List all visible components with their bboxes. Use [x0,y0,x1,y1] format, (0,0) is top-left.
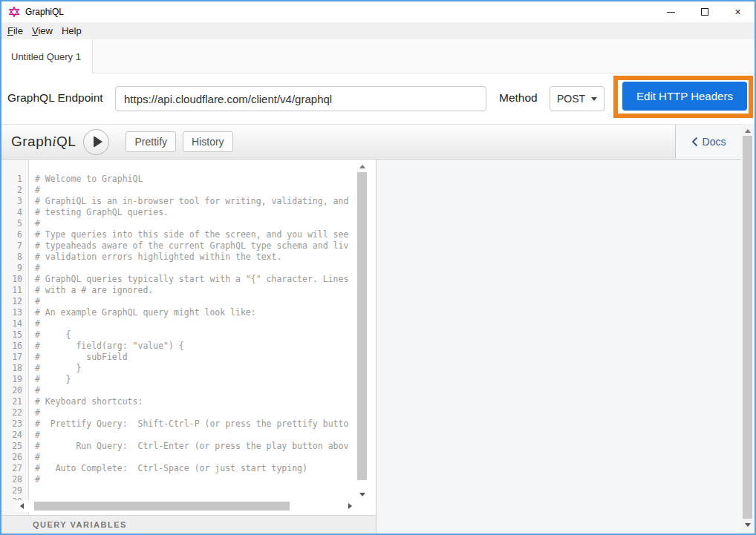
code-text[interactable]: # [35,407,40,419]
endpoint-url-input[interactable] [115,86,486,111]
code-text[interactable]: # Prettify Query: Shift-Ctrl-P (or press… [35,419,348,430]
line-number: 27 [1,463,22,474]
line-number: 17 [1,352,22,363]
code-line[interactable]: 17# subField [1,352,356,363]
line-number: 3 [1,196,22,207]
editor-vertical-scrollbar[interactable] [356,160,368,499]
code-line[interactable]: 29 [1,485,356,496]
code-text[interactable]: # GraphQL queries typically start with a… [35,274,348,285]
code-line[interactable]: 7# typeaheads aware of the current Graph… [1,240,356,252]
code-line[interactable]: 21# Keyboard shortcuts: [1,396,356,407]
code-text[interactable]: # [35,185,40,196]
code-line[interactable]: 24# [1,430,356,441]
code-text[interactable]: # testing GraphQL queries. [35,207,169,218]
scroll-up-icon [745,129,751,133]
method-select[interactable]: POST [550,86,605,111]
code-text[interactable]: # [35,296,40,307]
editor-horizontal-scrollbar[interactable] [16,500,355,512]
code-text[interactable]: # typeaheads aware of the current GraphQ… [35,240,348,252]
maximize-icon [701,8,708,16]
code-line[interactable]: 9# [1,263,356,274]
code-line[interactable]: 15# { [1,329,356,341]
code-text[interactable]: # [35,385,40,396]
close-icon: × [734,7,740,17]
scroll-right-button[interactable] [345,500,355,512]
code-text[interactable]: # with a # are ignored. [35,285,153,296]
code-line[interactable]: 20# [1,385,356,396]
code-text[interactable]: # [35,263,40,274]
run-query-button[interactable] [83,129,109,155]
line-number: 15 [1,329,22,341]
code-text[interactable]: # Auto Complete: Ctrl-Space (or just sta… [35,463,307,474]
code-text[interactable]: # Welcome to GraphiQL [35,174,143,185]
code-text[interactable]: # [35,218,40,229]
code-text[interactable]: # [35,452,40,463]
code-line[interactable]: 19# } [1,374,356,385]
graphiql-wordmark: GraphiQL [11,134,76,150]
code-text[interactable]: # [35,474,40,485]
code-line[interactable]: 8# validation errors highlighted within … [1,252,356,263]
menu-file[interactable]: File [7,25,23,36]
close-button[interactable]: × [721,1,755,22]
maximize-button[interactable] [688,1,721,22]
code-text[interactable]: # field(arg: "value") { [35,341,184,352]
code-line[interactable]: 6# Type queries into this side of the sc… [1,229,356,240]
code-editor[interactable]: 1# Welcome to GraphiQL2#3# GraphiQL is a… [1,160,376,515]
editor-hscroll-thumb[interactable] [34,502,290,511]
code-line[interactable]: 2# [1,185,356,196]
line-number: 6 [1,229,22,240]
docs-label: Docs [703,136,726,148]
code-text[interactable]: # Type queries into this side of the scr… [35,229,348,240]
code-line[interactable]: 25# Run Query: Ctrl-Enter (or press the … [1,441,356,452]
prettify-button[interactable]: Prettify [126,131,176,152]
code-text[interactable]: # validation errors highlighted within t… [35,252,281,263]
docs-toggle[interactable]: Docs [675,125,741,159]
code-text[interactable]: # An example GraphQL query might look li… [35,307,256,318]
minimize-button[interactable] [654,1,688,22]
code-line[interactable]: 28# [1,474,356,485]
scroll-up-button[interactable] [356,161,368,171]
code-line[interactable]: 18# } [1,363,356,374]
code-text[interactable]: # [35,430,40,441]
main-scroll-thumb[interactable] [743,136,752,519]
tab-untitled-query-1[interactable]: Untitled Query 1 [1,39,93,73]
code-text[interactable]: # Keyboard shortcuts: [35,396,143,407]
menu-help[interactable]: Help [62,25,82,36]
code-line[interactable]: 12# [1,296,356,307]
edit-http-headers-button[interactable]: Edit HTTP Headers [622,82,747,111]
code-text[interactable]: # } [35,374,71,385]
code-line[interactable]: 4# testing GraphQL queries. [1,207,356,218]
code-line[interactable]: 10# GraphQL queries typically start with… [1,274,356,285]
main-scroll-down-button[interactable] [741,520,755,530]
code-text[interactable]: # { [35,329,71,341]
code-line[interactable]: 14# [1,318,356,329]
query-variables-bar[interactable]: QUERY VARIABLES [1,515,376,534]
code-text[interactable]: # Run Query: Ctrl-Enter (or press the pl… [35,441,348,452]
editor-vscroll-thumb[interactable] [357,172,367,480]
code-line[interactable]: 23# Prettify Query: Shift-Ctrl-P (or pre… [1,419,356,430]
code-text[interactable]: # [35,318,40,329]
main-scrollbar[interactable] [741,124,755,534]
code-lines[interactable]: 1# Welcome to GraphiQL2#3# GraphiQL is a… [1,160,356,500]
history-button[interactable]: History [183,131,233,152]
line-number: 8 [1,252,22,263]
scroll-down-button[interactable] [356,489,368,499]
window-title: GraphiQL [25,7,64,17]
title-bar[interactable]: GraphiQL × [1,1,755,22]
menu-view[interactable]: View [32,25,53,36]
code-line[interactable]: 5# [1,218,356,229]
code-text[interactable]: # subField [35,352,128,363]
code-line[interactable]: 13# An example GraphQL query might look … [1,307,356,318]
main-scroll-up-button[interactable] [741,126,755,136]
code-line[interactable]: 16# field(arg: "value") { [1,341,356,352]
code-line[interactable]: 11# with a # are ignored. [1,285,356,296]
code-line[interactable]: 22# [1,407,356,419]
code-line[interactable]: 3# GraphiQL is an in-browser tool for wr… [1,196,356,207]
code-line[interactable]: 1# Welcome to GraphiQL [1,174,356,185]
code-text[interactable]: # } [35,363,81,374]
code-line[interactable]: 27# Auto Complete: Ctrl-Space (or just s… [1,463,356,474]
code-text[interactable]: # GraphiQL is an in-browser tool for wri… [35,196,348,207]
scroll-left-button[interactable] [16,500,27,512]
line-number: 24 [1,430,22,441]
code-line[interactable]: 26# [1,452,356,463]
